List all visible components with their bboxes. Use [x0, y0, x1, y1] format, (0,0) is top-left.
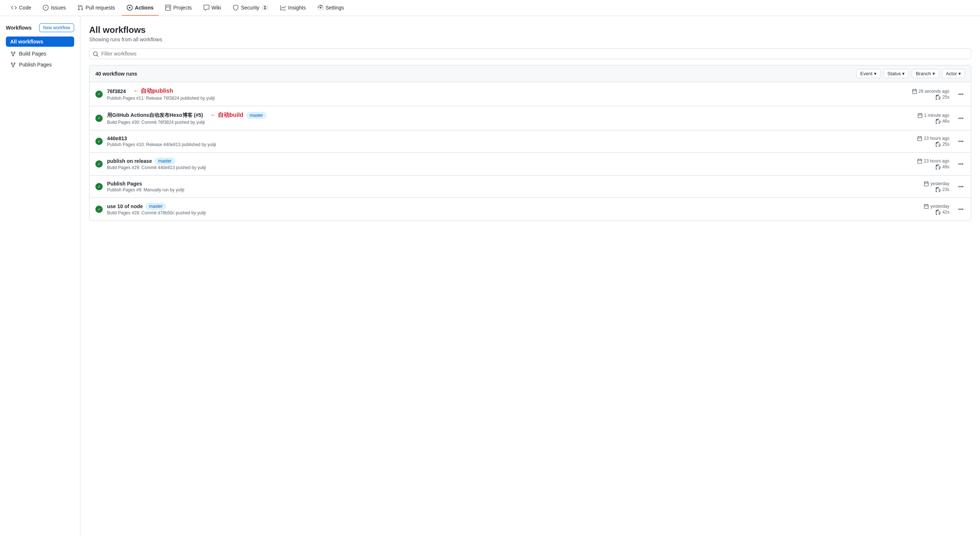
run-more-button[interactable]: ••• [957, 114, 965, 123]
run-more-button[interactable]: ••• [957, 205, 965, 214]
stopwatch-icon [936, 164, 941, 170]
runs-filters: Event ▾ Status ▾ Branch ▾ Actor ▾ [856, 69, 965, 78]
sidebar-item-publish-pages-label: Publish Pages [19, 62, 52, 68]
run-meta: 28 seconds ago 25s [912, 89, 950, 100]
nav-settings[interactable]: Settings [312, 0, 349, 16]
filter-input[interactable] [89, 48, 971, 59]
run-title: 440e813 [107, 135, 913, 141]
filter-branch-label: Branch [916, 71, 931, 76]
nav-insights[interactable]: Insights [275, 0, 311, 16]
run-more-button[interactable]: ••• [957, 182, 965, 191]
table-row[interactable]: ✓Publish PagesPublish Pages #9: Manually… [89, 176, 971, 198]
run-meta: 23 hours ago 25s [917, 136, 949, 147]
table-row[interactable]: ✓440e813Publish Pages #10: Release 440e8… [89, 130, 971, 153]
table-row[interactable]: ✓publish on releasemasterBuild Pages #29… [89, 153, 971, 176]
nav-pr-label: Pull requests [86, 5, 115, 11]
run-subtitle: Publish Pages #10: Release 440e813 publi… [107, 142, 913, 147]
security-badge: 1 [262, 5, 269, 11]
filter-status-btn[interactable]: Status ▾ [883, 69, 909, 78]
table-row[interactable]: ✓用GitHub Actions自动发布Hexo博客 (#5)← 自动build… [89, 106, 971, 130]
insights-icon [280, 5, 286, 11]
run-duration: 23s [942, 187, 949, 192]
nav-wiki-label: Wiki [212, 5, 221, 11]
nav-code[interactable]: Code [6, 0, 36, 16]
sidebar-all-workflows[interactable]: All workflows [6, 36, 74, 47]
run-more-button[interactable]: ••• [957, 90, 965, 98]
run-info: 440e813Publish Pages #10: Release 440e81… [107, 135, 913, 147]
run-subtitle: Build Pages #28: Commit d78b50c pushed b… [107, 210, 920, 216]
run-time: 23 hours ago [924, 159, 949, 163]
nav-actions[interactable]: Actions [122, 0, 159, 16]
projects-icon [165, 5, 171, 11]
pr-icon [78, 5, 83, 11]
filter-actor-label: Actor [946, 71, 957, 76]
nav-wiki[interactable]: Wiki [199, 0, 226, 16]
filter-event-btn[interactable]: Event ▾ [856, 69, 880, 78]
filter-actor-btn[interactable]: Actor ▾ [942, 69, 965, 78]
calendar-icon [917, 159, 922, 163]
code-icon [11, 5, 17, 11]
run-time: 23 hours ago [924, 136, 949, 141]
run-duration-row: 49s [936, 164, 949, 170]
workflow-icon-2 [10, 61, 16, 68]
status-success-icon: ✓ [95, 183, 103, 190]
runs-container: 40 workflow runs Event ▾ Status ▾ Branch… [89, 65, 971, 221]
run-meta: yesterday 23s [924, 181, 949, 192]
nav-security-label: Security [241, 5, 259, 11]
sidebar-item-publish-pages[interactable]: Publish Pages [6, 59, 74, 70]
nav-projects[interactable]: Projects [160, 0, 197, 16]
run-title: use 10 of nodemaster [107, 203, 920, 209]
nav-security[interactable]: Security 1 [228, 0, 273, 16]
run-title-text: 用GitHub Actions自动发布Hexo博客 (#5) [107, 112, 203, 119]
run-duration-row: 23s [936, 187, 949, 192]
run-duration-row: 42s [936, 209, 949, 215]
settings-icon [318, 5, 323, 11]
run-more-button[interactable]: ••• [957, 160, 965, 168]
nav-pull-requests[interactable]: Pull requests [72, 0, 120, 16]
run-title-text: publish on release [107, 158, 152, 164]
branch-badge: master [246, 112, 266, 119]
issue-icon [43, 5, 49, 11]
run-duration-row: 25s [936, 142, 949, 147]
run-duration-row: 46s [936, 119, 949, 124]
table-row[interactable]: ✓use 10 of nodemasterBuild Pages #28: Co… [89, 198, 971, 220]
sidebar: Workflows New workflow All workflows Bui… [0, 16, 80, 536]
run-duration-row: 25s [936, 95, 949, 100]
page-subtitle: Showing runs from all workflows [89, 36, 971, 42]
runs-header: 40 workflow runs Event ▾ Status ▾ Branch… [89, 65, 971, 82]
branch-badge: master [155, 158, 175, 164]
stopwatch-icon [936, 187, 941, 192]
run-subtitle: Publish Pages #9: Manually run by yuliji [107, 187, 920, 192]
table-row[interactable]: ✓76f3824← 自动publishPublish Pages #11: Re… [89, 82, 971, 106]
run-more-button[interactable]: ••• [957, 137, 965, 146]
workflow-icon [10, 51, 16, 57]
run-time-row: 28 seconds ago [912, 89, 950, 94]
run-time: yesterday [930, 181, 949, 186]
run-subtitle: Build Pages #30: Commit 76f3824 pushed b… [107, 120, 913, 125]
run-info: use 10 of nodemasterBuild Pages #28: Com… [107, 203, 920, 216]
chevron-down-icon-3: ▾ [932, 71, 935, 76]
run-title: Publish Pages [107, 181, 920, 187]
sidebar-title: Workflows [6, 25, 32, 31]
status-success-icon: ✓ [95, 138, 103, 145]
run-annotation: ← 自动build [210, 111, 243, 119]
calendar-icon [924, 181, 929, 186]
run-title-text: Publish Pages [107, 181, 142, 187]
new-workflow-button[interactable]: New workflow [39, 23, 74, 32]
run-duration: 25s [942, 95, 949, 100]
page-title: All workflows [89, 25, 971, 35]
nav-issues[interactable]: Issues [38, 0, 70, 16]
run-duration: 25s [942, 142, 949, 147]
run-annotation: ← 自动publish [133, 87, 173, 95]
runs-count: 40 workflow runs [95, 71, 137, 77]
run-time-row: 23 hours ago [917, 159, 949, 163]
run-info: 用GitHub Actions自动发布Hexo博客 (#5)← 自动buildm… [107, 111, 913, 125]
filter-branch-btn[interactable]: Branch ▾ [912, 69, 939, 78]
run-time-row: yesterday [924, 181, 949, 186]
run-meta: yesterday 42s [924, 204, 949, 215]
run-info: publish on releasemasterBuild Pages #29:… [107, 158, 913, 170]
sidebar-item-build-pages[interactable]: Build Pages [6, 48, 74, 59]
main-layout: Workflows New workflow All workflows Bui… [0, 16, 980, 536]
chevron-down-icon-2: ▾ [902, 71, 905, 76]
calendar-icon [917, 136, 922, 141]
